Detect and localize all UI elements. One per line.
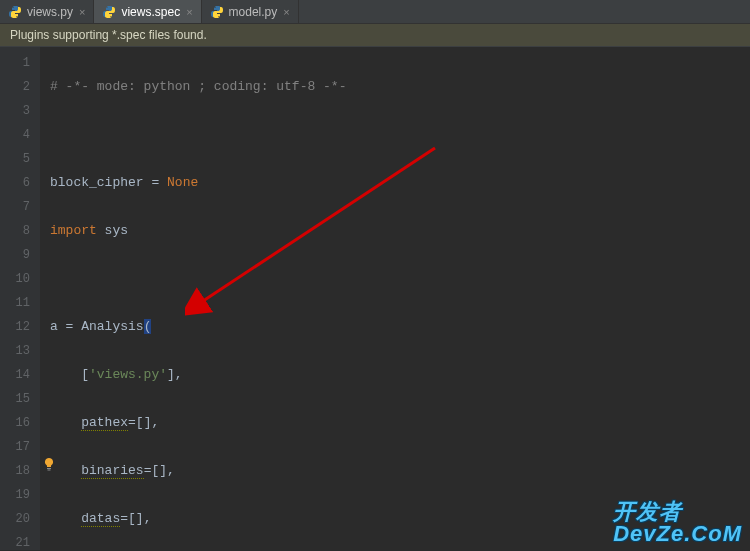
tab-views-py[interactable]: views.py × [0, 0, 94, 23]
tab-label: views.spec [121, 5, 180, 19]
line-number: 13 [0, 339, 30, 363]
code-text: None [167, 175, 198, 190]
line-number: 6 [0, 171, 30, 195]
code-text: datas [81, 511, 120, 527]
code-text: import [50, 223, 97, 238]
code-text: =[], [144, 463, 175, 478]
code-text: [ [50, 367, 89, 382]
line-number: 7 [0, 195, 30, 219]
code-text [50, 415, 81, 430]
close-icon[interactable]: × [79, 6, 85, 18]
code-text: block_cipher = [50, 175, 167, 190]
notification-banner[interactable]: Plugins supporting *.spec files found. [0, 24, 750, 47]
line-number: 11 [0, 291, 30, 315]
line-number: 18 [0, 459, 30, 483]
line-gutter: 1 2 3 4 5 6 7 8 9 10 11 12 13 14 15 16 1… [0, 47, 40, 550]
code-text: =[], [128, 415, 159, 430]
line-number: 20 [0, 507, 30, 531]
line-number: 5 [0, 147, 30, 171]
code-content[interactable]: # -*- mode: python ; coding: utf-8 -*- b… [40, 47, 750, 550]
python-file-icon [102, 5, 116, 19]
code-text: pathex [81, 415, 128, 431]
code-text [50, 511, 81, 526]
editor-tabs: views.py × views.spec × model.py × [0, 0, 750, 24]
close-icon[interactable]: × [186, 6, 192, 18]
python-file-icon [8, 5, 22, 19]
code-text: # -*- mode: python ; coding: utf-8 -*- [50, 79, 346, 94]
line-number: 16 [0, 411, 30, 435]
line-number: 21 [0, 531, 30, 551]
intention-bulb-icon[interactable] [42, 457, 56, 471]
line-number: 2 [0, 75, 30, 99]
line-number: 10 [0, 267, 30, 291]
code-text: a = Analysis [50, 319, 144, 334]
code-text: ], [167, 367, 183, 382]
code-text: sys [97, 223, 128, 238]
line-number: 14 [0, 363, 30, 387]
svg-rect-0 [47, 468, 51, 469]
code-text: binaries [81, 463, 143, 479]
line-number: 1 [0, 51, 30, 75]
line-number: 9 [0, 243, 30, 267]
line-number: 4 [0, 123, 30, 147]
banner-text: Plugins supporting *.spec files found. [10, 28, 207, 42]
python-file-icon [210, 5, 224, 19]
code-text: 'views.py' [89, 367, 167, 382]
editor-area: 1 2 3 4 5 6 7 8 9 10 11 12 13 14 15 16 1… [0, 47, 750, 550]
tab-label: views.py [27, 5, 73, 19]
code-text: ( [144, 319, 152, 334]
code-text: =[], [120, 511, 151, 526]
line-number: 3 [0, 99, 30, 123]
tab-model-py[interactable]: model.py × [202, 0, 299, 23]
tab-views-spec[interactable]: views.spec × [94, 0, 201, 23]
svg-rect-1 [48, 470, 51, 471]
line-number: 12 [0, 315, 30, 339]
line-number: 15 [0, 387, 30, 411]
line-number: 17 [0, 435, 30, 459]
line-number: 8 [0, 219, 30, 243]
close-icon[interactable]: × [283, 6, 289, 18]
line-number: 19 [0, 483, 30, 507]
tab-label: model.py [229, 5, 278, 19]
